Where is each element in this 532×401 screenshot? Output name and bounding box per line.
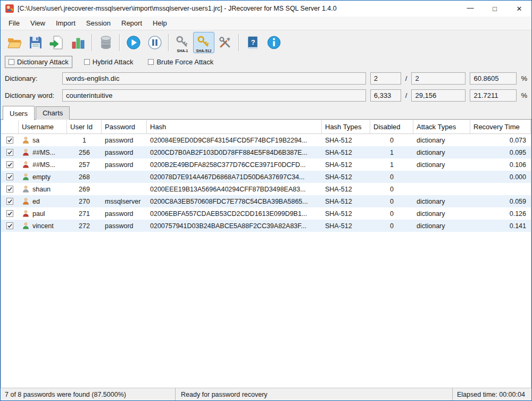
header-password[interactable]: Password — [102, 120, 147, 133]
header-user-id[interactable]: User Id — [67, 120, 102, 133]
header-hash[interactable]: Hash — [147, 120, 322, 133]
disabled-cell: 0 — [370, 134, 413, 146]
hash-cell: 0200B2E49BDFA8258C377D76CCE3971F0DCFD... — [147, 158, 322, 171]
play-icon — [126, 35, 141, 50]
table-row[interactable]: sa 1 password 020084E9ED0D9C8F43154FCD5F… — [1, 134, 531, 146]
row-checkbox[interactable] — [6, 161, 13, 168]
database-button[interactable] — [95, 32, 117, 53]
close-button[interactable]: ✕ — [507, 1, 531, 16]
username-cell: vincent — [32, 222, 54, 230]
open-button[interactable] — [4, 32, 25, 53]
dictionary-word-field[interactable]: counterintuitive — [62, 89, 366, 102]
row-checkbox[interactable] — [6, 137, 13, 144]
checkbox-icon — [148, 59, 154, 65]
header-checkbox-column[interactable] — [1, 120, 19, 133]
row-checkbox[interactable] — [6, 173, 13, 180]
word-total-field[interactable]: 29,156 — [411, 89, 466, 102]
hash-type-cell: SHA-512 — [322, 171, 370, 183]
table-row[interactable]: ##MS... 256 password 0200CD7B0AB2F103D0D… — [1, 146, 531, 158]
maximize-button[interactable]: □ — [483, 1, 507, 16]
dictionary-percent-field[interactable]: 60.8605 — [470, 72, 517, 85]
check-icon — [7, 223, 13, 229]
recovery-time-cell: 0.059 — [470, 195, 531, 207]
save-icon — [28, 35, 43, 50]
sha1-button[interactable]: SHA-1 — [172, 32, 193, 53]
disabled-cell: 0 — [370, 171, 413, 183]
attack-tab-label: Brute Force Attack — [156, 58, 213, 66]
hash-type-cell: SHA-512 — [322, 183, 370, 195]
dictionary-current-field[interactable]: 2 — [370, 72, 401, 85]
word-current-field[interactable]: 6,333 — [370, 89, 401, 102]
dictionary-word-label: Dictionary word: — [5, 91, 58, 99]
password-cell — [102, 183, 147, 195]
info-icon — [267, 35, 281, 50]
row-checkbox[interactable] — [6, 222, 13, 229]
table-row[interactable]: shaun 269 0200EEE19B13A5696A40294CFF87BD… — [1, 183, 531, 195]
tab-hybrid-attack[interactable]: Hybrid Attack — [81, 56, 137, 68]
attack-tab-label: Hybrid Attack — [93, 58, 134, 66]
tab-charts[interactable]: Charts — [36, 106, 70, 120]
row-checkbox[interactable] — [6, 186, 13, 193]
folder-open-icon — [7, 35, 22, 50]
hash-type-cell: SHA-512 — [322, 220, 370, 232]
hash-type-cell: SHA-512 — [322, 195, 370, 207]
user-id-cell: 269 — [67, 183, 102, 195]
table-row[interactable]: ed 270 mssqlserver 0200C8A3EB570608FDC7E… — [1, 195, 531, 207]
tab-brute-force-attack[interactable]: Brute Force Attack — [145, 56, 217, 68]
user-icon — [22, 210, 30, 218]
user-id-cell: 268 — [67, 171, 102, 183]
about-button[interactable] — [263, 32, 285, 53]
header-recovery-time[interactable]: Recovery Time — [470, 120, 531, 133]
checkbox-icon — [9, 59, 14, 65]
check-icon — [7, 149, 13, 155]
status-bar: 7 of 8 passwords were found (87.5000%) R… — [1, 388, 531, 400]
disabled-cell: 1 — [370, 146, 413, 158]
row-checkbox[interactable] — [6, 198, 13, 205]
tab-users[interactable]: Users — [3, 106, 35, 120]
menu-report[interactable]: Report — [117, 18, 147, 29]
recovery-time-cell: 0.141 — [470, 220, 531, 232]
dictionary-file-field[interactable]: words-english.dic — [62, 72, 366, 85]
dictionary-total-field[interactable]: 2 — [411, 72, 466, 85]
menu-help[interactable]: Help — [148, 18, 172, 29]
minimize-button[interactable]: — — [458, 1, 483, 16]
table-body: sa 1 password 020084E9ED0D9C8F43154FCD5F… — [1, 134, 531, 232]
status-passwords-found: 7 of 8 passwords were found (87.5000%) — [1, 391, 175, 398]
table-row[interactable]: vincent 272 password 0200757941D03B24BAB… — [1, 220, 531, 232]
check-icon — [7, 137, 13, 143]
row-checkbox[interactable] — [6, 149, 13, 156]
sha512-button[interactable]: SHA-512 — [193, 32, 214, 53]
user-id-cell: 1 — [67, 134, 102, 146]
chart-button[interactable] — [68, 32, 89, 53]
row-checkbox[interactable] — [6, 210, 13, 217]
settings-button[interactable] — [214, 32, 236, 53]
menu-import[interactable]: Import — [51, 18, 80, 29]
status-ready: Ready for password recovery — [175, 388, 453, 400]
password-cell: password — [102, 134, 147, 146]
disabled-cell: 0 — [370, 220, 413, 232]
pause-button[interactable] — [144, 32, 165, 53]
help-button[interactable]: ? — [242, 32, 263, 53]
table-row[interactable]: paul 271 password 02006EBFA557CDAEB53CD2… — [1, 207, 531, 220]
header-hash-types[interactable]: Hash Types — [322, 120, 370, 133]
password-cell: password — [102, 220, 147, 232]
word-percent-field[interactable]: 21.7211 — [470, 89, 517, 102]
tab-dictionary-attack[interactable]: Dictionary Attack — [5, 56, 72, 68]
toolbar-separator — [92, 34, 93, 51]
svg-text:?: ? — [251, 38, 255, 46]
menu-file[interactable]: File — [4, 18, 24, 29]
table-row[interactable]: empty 268 020078D7E914A467D6868A71D50D6A… — [1, 171, 531, 183]
header-username[interactable]: Username — [19, 120, 67, 133]
header-disabled[interactable]: Disabled — [370, 120, 413, 133]
dictionary-row: Dictionary: words-english.dic 2 / 2 60.8… — [5, 72, 527, 85]
app-icon — [5, 4, 14, 13]
import-button[interactable] — [46, 32, 68, 53]
app-window: [C:\Users\user\.jrecoverer-mssqlserver\i… — [0, 0, 532, 401]
menu-session[interactable]: Session — [81, 18, 115, 29]
help-book-icon: ? — [245, 35, 260, 50]
start-button[interactable] — [123, 32, 144, 53]
header-attack-types[interactable]: Attack Types — [413, 120, 470, 133]
table-row[interactable]: ##MS... 257 password 0200B2E49BDFA8258C3… — [1, 158, 531, 171]
save-button[interactable] — [25, 32, 46, 53]
menu-view[interactable]: View — [26, 18, 50, 29]
